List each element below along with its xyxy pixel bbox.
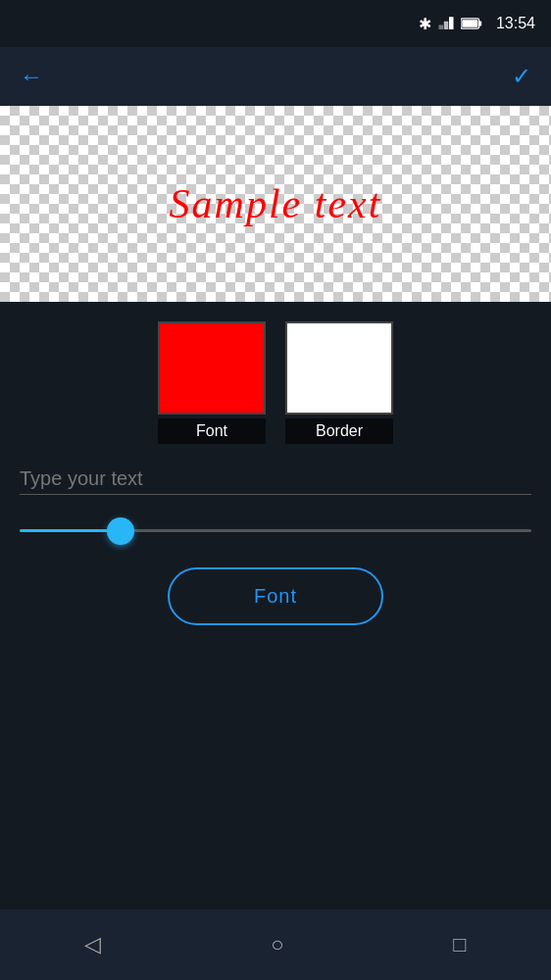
nav-recent-button[interactable]: □ — [453, 932, 466, 957]
svg-marker-1 — [444, 22, 449, 29]
confirm-button[interactable]: ✓ — [512, 63, 531, 90]
slider-container — [20, 514, 531, 540]
border-color-picker[interactable]: Border — [285, 321, 393, 444]
color-pickers: Font Border — [20, 321, 531, 444]
font-color-swatch[interactable] — [158, 321, 266, 415]
font-color-label: Font — [158, 418, 266, 444]
size-slider[interactable] — [20, 529, 531, 532]
text-input[interactable] — [20, 467, 531, 490]
nav-home-button[interactable]: ○ — [271, 932, 283, 957]
sample-text: Sample text — [170, 180, 382, 227]
border-color-label: Border — [285, 418, 393, 444]
back-button[interactable]: ← — [20, 63, 43, 90]
status-bar: ✱ 13:54 — [0, 0, 551, 47]
svg-rect-5 — [462, 20, 477, 27]
preview-area: Sample text — [0, 106, 551, 302]
status-time: 13:54 — [496, 15, 535, 32]
nav-bar: ◁ ○ □ — [0, 909, 551, 980]
svg-marker-0 — [438, 25, 443, 30]
svg-rect-4 — [479, 21, 482, 25]
battery-icon — [461, 17, 482, 30]
nav-back-button[interactable]: ◁ — [84, 932, 101, 957]
text-input-container — [20, 467, 531, 495]
bluetooth-icon: ✱ — [419, 15, 431, 33]
controls: Font Border Font — [0, 302, 551, 645]
signal-icon — [437, 16, 455, 31]
svg-marker-2 — [449, 17, 454, 29]
font-button[interactable]: Font — [168, 567, 383, 625]
border-color-swatch[interactable] — [285, 321, 393, 415]
toolbar: ← ✓ — [0, 47, 551, 106]
font-color-picker[interactable]: Font — [158, 321, 266, 444]
